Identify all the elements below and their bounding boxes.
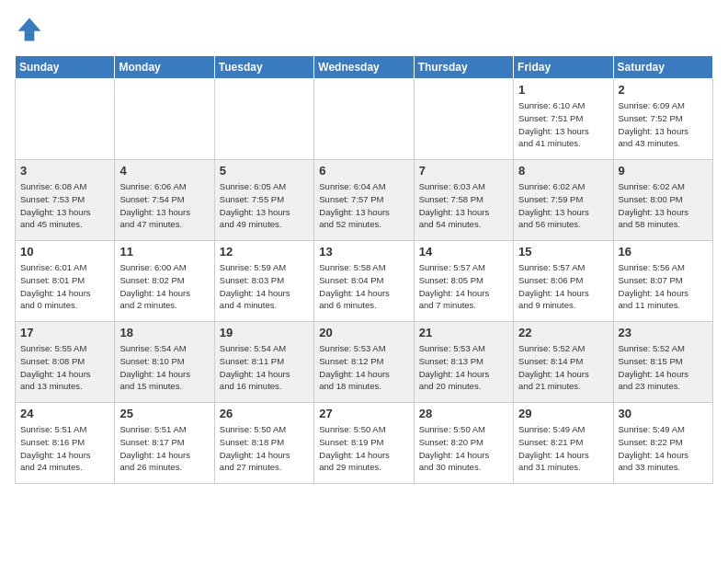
day-number: 10: [20, 245, 109, 259]
page-header: [15, 15, 713, 44]
day-info: Sunrise: 6:06 AM Sunset: 7:54 PM Dayligh…: [119, 180, 209, 231]
day-info: Sunrise: 5:57 AM Sunset: 8:05 PM Dayligh…: [419, 261, 508, 312]
calendar-day-cell: [414, 79, 513, 160]
calendar-day-cell: 1Sunrise: 6:10 AM Sunset: 7:51 PM Daylig…: [514, 79, 613, 160]
day-info: Sunrise: 5:50 AM Sunset: 8:19 PM Dayligh…: [319, 423, 408, 474]
day-number: 19: [220, 326, 309, 339]
calendar-day-cell: 10Sunrise: 6:01 AM Sunset: 8:01 PM Dayli…: [16, 241, 115, 322]
calendar-day-cell: 23Sunrise: 5:52 AM Sunset: 8:15 PM Dayli…: [613, 322, 712, 403]
day-number: 4: [119, 164, 209, 178]
calendar-day-cell: 30Sunrise: 5:49 AM Sunset: 8:22 PM Dayli…: [613, 403, 712, 484]
calendar-day-cell: 12Sunrise: 5:59 AM Sunset: 8:03 PM Dayli…: [214, 241, 313, 322]
day-info: Sunrise: 6:02 AM Sunset: 7:59 PM Dayligh…: [518, 180, 608, 231]
day-info: Sunrise: 5:56 AM Sunset: 8:07 PM Dayligh…: [619, 261, 708, 312]
day-number: 30: [619, 407, 708, 420]
day-number: 17: [20, 326, 109, 339]
day-number: 16: [619, 245, 708, 259]
day-number: 27: [319, 407, 408, 420]
day-of-week-header: Monday: [115, 56, 214, 79]
calendar-day-cell: 7Sunrise: 6:03 AM Sunset: 7:58 PM Daylig…: [414, 160, 513, 241]
day-info: Sunrise: 6:10 AM Sunset: 7:51 PM Dayligh…: [518, 99, 608, 150]
calendar-day-cell: 8Sunrise: 6:02 AM Sunset: 7:59 PM Daylig…: [514, 160, 613, 241]
day-number: 25: [119, 407, 209, 420]
day-number: 11: [119, 245, 209, 259]
svg-marker-0: [18, 18, 41, 41]
calendar-header-row: SundayMondayTuesdayWednesdayThursdayFrid…: [16, 56, 713, 79]
calendar-day-cell: 4Sunrise: 6:06 AM Sunset: 7:54 PM Daylig…: [115, 160, 214, 241]
calendar-day-cell: 20Sunrise: 5:53 AM Sunset: 8:12 PM Dayli…: [314, 322, 414, 403]
calendar-day-cell: 21Sunrise: 5:53 AM Sunset: 8:13 PM Dayli…: [414, 322, 513, 403]
calendar-day-cell: [214, 79, 313, 160]
day-of-week-header: Wednesday: [314, 56, 414, 79]
calendar-week-row: 10Sunrise: 6:01 AM Sunset: 8:01 PM Dayli…: [16, 241, 713, 322]
day-number: 18: [119, 326, 209, 339]
day-info: Sunrise: 5:49 AM Sunset: 8:22 PM Dayligh…: [619, 423, 708, 474]
calendar-day-cell: 11Sunrise: 6:00 AM Sunset: 8:02 PM Dayli…: [115, 241, 214, 322]
calendar-day-cell: 19Sunrise: 5:54 AM Sunset: 8:11 PM Dayli…: [214, 322, 313, 403]
day-number: 6: [319, 164, 408, 178]
day-number: 26: [220, 407, 309, 420]
day-info: Sunrise: 6:02 AM Sunset: 8:00 PM Dayligh…: [619, 180, 708, 231]
day-info: Sunrise: 5:51 AM Sunset: 8:16 PM Dayligh…: [20, 423, 109, 474]
day-info: Sunrise: 6:04 AM Sunset: 7:57 PM Dayligh…: [319, 180, 408, 231]
day-info: Sunrise: 5:58 AM Sunset: 8:04 PM Dayligh…: [319, 261, 408, 312]
calendar-day-cell: 9Sunrise: 6:02 AM Sunset: 8:00 PM Daylig…: [613, 160, 712, 241]
calendar-day-cell: [16, 79, 115, 160]
calendar-day-cell: 3Sunrise: 6:08 AM Sunset: 7:53 PM Daylig…: [16, 160, 115, 241]
calendar-day-cell: 5Sunrise: 6:05 AM Sunset: 7:55 PM Daylig…: [214, 160, 313, 241]
day-of-week-header: Thursday: [414, 56, 513, 79]
calendar-day-cell: 26Sunrise: 5:50 AM Sunset: 8:18 PM Dayli…: [214, 403, 313, 484]
day-of-week-header: Tuesday: [214, 56, 313, 79]
logo-icon: [15, 15, 44, 44]
day-info: Sunrise: 5:53 AM Sunset: 8:12 PM Dayligh…: [319, 342, 408, 393]
calendar-day-cell: 14Sunrise: 5:57 AM Sunset: 8:05 PM Dayli…: [414, 241, 513, 322]
day-number: 29: [518, 407, 608, 420]
calendar-table: SundayMondayTuesdayWednesdayThursdayFrid…: [15, 55, 713, 484]
calendar-day-cell: 27Sunrise: 5:50 AM Sunset: 8:19 PM Dayli…: [314, 403, 414, 484]
day-number: 1: [518, 83, 608, 97]
day-info: Sunrise: 5:50 AM Sunset: 8:18 PM Dayligh…: [220, 423, 309, 474]
day-info: Sunrise: 6:01 AM Sunset: 8:01 PM Dayligh…: [20, 261, 109, 312]
day-number: 9: [619, 164, 708, 178]
calendar-day-cell: 25Sunrise: 5:51 AM Sunset: 8:17 PM Dayli…: [115, 403, 214, 484]
day-info: Sunrise: 5:57 AM Sunset: 8:06 PM Dayligh…: [518, 261, 608, 312]
day-info: Sunrise: 6:08 AM Sunset: 7:53 PM Dayligh…: [20, 180, 109, 231]
day-info: Sunrise: 5:50 AM Sunset: 8:20 PM Dayligh…: [419, 423, 508, 474]
day-number: 3: [20, 164, 109, 178]
day-info: Sunrise: 5:54 AM Sunset: 8:11 PM Dayligh…: [220, 342, 309, 393]
calendar-day-cell: 22Sunrise: 5:52 AM Sunset: 8:14 PM Dayli…: [514, 322, 613, 403]
day-number: 15: [518, 245, 608, 259]
day-info: Sunrise: 5:55 AM Sunset: 8:08 PM Dayligh…: [20, 342, 109, 393]
day-info: Sunrise: 5:51 AM Sunset: 8:17 PM Dayligh…: [119, 423, 209, 474]
day-info: Sunrise: 5:52 AM Sunset: 8:15 PM Dayligh…: [619, 342, 708, 393]
calendar-week-row: 17Sunrise: 5:55 AM Sunset: 8:08 PM Dayli…: [16, 322, 713, 403]
day-info: Sunrise: 5:59 AM Sunset: 8:03 PM Dayligh…: [220, 261, 309, 312]
day-number: 22: [518, 326, 608, 339]
day-of-week-header: Friday: [514, 56, 613, 79]
day-of-week-header: Sunday: [16, 56, 115, 79]
calendar-day-cell: 13Sunrise: 5:58 AM Sunset: 8:04 PM Dayli…: [314, 241, 414, 322]
day-of-week-header: Saturday: [613, 56, 712, 79]
day-number: 5: [220, 164, 309, 178]
day-number: 23: [619, 326, 708, 339]
calendar-day-cell: 18Sunrise: 5:54 AM Sunset: 8:10 PM Dayli…: [115, 322, 214, 403]
calendar-day-cell: 28Sunrise: 5:50 AM Sunset: 8:20 PM Dayli…: [414, 403, 513, 484]
calendar-week-row: 1Sunrise: 6:10 AM Sunset: 7:51 PM Daylig…: [16, 79, 713, 160]
day-info: Sunrise: 5:49 AM Sunset: 8:21 PM Dayligh…: [518, 423, 608, 474]
day-number: 14: [419, 245, 508, 259]
day-info: Sunrise: 6:09 AM Sunset: 7:52 PM Dayligh…: [619, 99, 708, 150]
day-info: Sunrise: 6:03 AM Sunset: 7:58 PM Dayligh…: [419, 180, 508, 231]
calendar-day-cell: 2Sunrise: 6:09 AM Sunset: 7:52 PM Daylig…: [613, 79, 712, 160]
day-number: 8: [518, 164, 608, 178]
day-info: Sunrise: 6:00 AM Sunset: 8:02 PM Dayligh…: [119, 261, 209, 312]
logo: [15, 15, 48, 44]
calendar-day-cell: 24Sunrise: 5:51 AM Sunset: 8:16 PM Dayli…: [16, 403, 115, 484]
day-info: Sunrise: 6:05 AM Sunset: 7:55 PM Dayligh…: [220, 180, 309, 231]
day-number: 21: [419, 326, 508, 339]
calendar-day-cell: 17Sunrise: 5:55 AM Sunset: 8:08 PM Dayli…: [16, 322, 115, 403]
day-info: Sunrise: 5:53 AM Sunset: 8:13 PM Dayligh…: [419, 342, 508, 393]
day-number: 28: [419, 407, 508, 420]
calendar-week-row: 3Sunrise: 6:08 AM Sunset: 7:53 PM Daylig…: [16, 160, 713, 241]
day-info: Sunrise: 5:52 AM Sunset: 8:14 PM Dayligh…: [518, 342, 608, 393]
calendar-day-cell: [314, 79, 414, 160]
